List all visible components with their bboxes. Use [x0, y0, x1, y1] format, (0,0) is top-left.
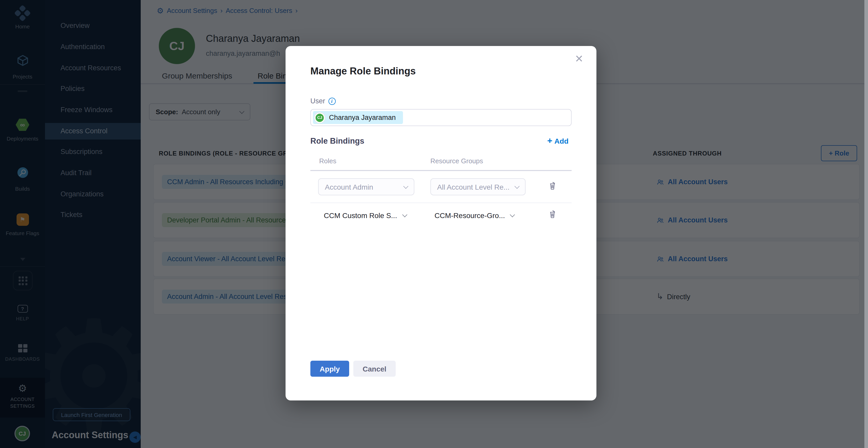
manage-role-bindings-modal: × Manage Role Bindings User i CJ Charany…	[285, 46, 596, 401]
resource-group-select[interactable]: CCM-Resource-Gro...	[435, 207, 514, 224]
scrollbar[interactable]	[864, 0, 868, 448]
divider	[310, 170, 571, 171]
divider	[310, 203, 571, 203]
resource-group-select-value: CCM-Resource-Gro...	[435, 211, 505, 219]
modal-title: Manage Role Bindings	[310, 66, 416, 77]
role-select-value: Account Admin	[325, 183, 373, 191]
apply-button[interactable]: Apply	[310, 361, 349, 377]
resource-group-select-value: All Account Level Re...	[437, 183, 509, 191]
chevron-down-icon	[403, 183, 408, 188]
role-select[interactable]: CCM Custom Role S...	[324, 207, 406, 224]
app-root: Home Projects ∞ Deployments	[0, 0, 868, 448]
section-title: Role Bindings	[310, 136, 364, 145]
plus-icon: +	[547, 136, 553, 145]
delete-role-binding-button[interactable]	[546, 208, 559, 222]
column-header-roles: Roles	[319, 157, 337, 165]
chevron-down-icon	[515, 183, 520, 188]
chip-name: Charanya Jayaraman	[329, 114, 396, 122]
user-chip[interactable]: CJ Charanya Jayaraman	[313, 111, 403, 124]
user-label: User	[310, 97, 325, 105]
user-field-label-row: User i	[310, 97, 336, 105]
user-input[interactable]: CJ Charanya Jayaraman	[310, 109, 571, 126]
info-icon[interactable]: i	[328, 97, 336, 105]
role-select-value: CCM Custom Role S...	[324, 211, 397, 219]
resource-group-select[interactable]: All Account Level Re...	[430, 178, 526, 195]
delete-role-binding-button[interactable]	[546, 180, 559, 193]
chevron-down-icon	[402, 212, 407, 217]
role-select[interactable]: Account Admin	[318, 178, 414, 195]
trash-icon	[548, 181, 557, 192]
chevron-down-icon	[510, 212, 515, 217]
column-header-resource-groups: Resource Groups	[430, 157, 483, 165]
close-icon[interactable]: ×	[572, 50, 586, 67]
role-bindings-section-header: Role Bindings + Add	[310, 136, 571, 146]
add-label: Add	[555, 137, 568, 145]
trash-icon	[548, 210, 557, 220]
chip-avatar: CJ	[314, 112, 325, 123]
add-role-binding-button[interactable]: + Add	[544, 136, 571, 146]
cancel-button[interactable]: Cancel	[353, 361, 396, 377]
